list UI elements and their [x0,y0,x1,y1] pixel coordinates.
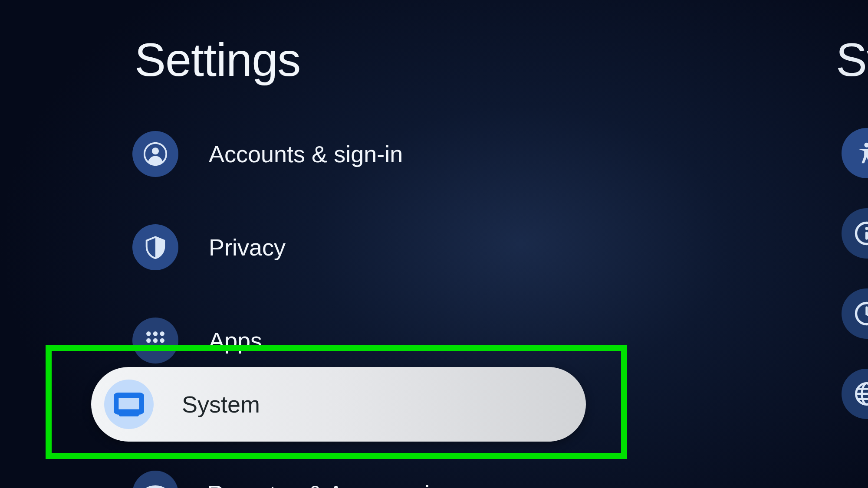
svg-point-4 [160,331,164,336]
svg-point-5 [146,338,151,343]
info-icon [855,221,868,246]
shield-icon [132,224,178,270]
wifi-icon [132,471,178,488]
settings-item-privacy[interactable]: Privacy [126,219,582,275]
settings-label-accounts: Accounts & sign-in [209,141,403,167]
settings-label-system: System [182,391,260,418]
svg-point-2 [146,331,151,336]
right-item-language[interactable] [842,369,868,419]
svg-point-6 [153,338,158,343]
svg-rect-17 [865,232,868,240]
svg-point-7 [160,338,164,343]
settings-label-apps: Apps [209,327,262,354]
svg-point-14 [864,143,868,147]
settings-item-accounts[interactable]: Accounts & sign-in [126,126,582,182]
right-item-clock[interactable] [842,288,868,339]
page-title: Settings [135,33,300,87]
svg-point-16 [865,227,868,230]
clock-icon [855,301,868,326]
right-panel-title-partial: Sy [836,33,868,87]
right-column [842,128,868,419]
svg-point-1 [152,147,159,154]
settings-item-apps[interactable]: Apps [126,312,582,369]
account-circle-icon [132,131,178,177]
svg-point-10 [160,345,164,350]
settings-list: Accounts & sign-in Privacy Apps [126,126,582,406]
svg-point-9 [153,345,158,350]
right-item-accessibility[interactable] [842,128,868,178]
settings-label-privacy: Privacy [209,234,286,261]
svg-point-8 [146,345,151,350]
settings-label-remotes: Remotes & Accessories [207,480,454,488]
svg-rect-11 [116,395,142,412]
globe-icon [855,382,868,406]
settings-item-remotes[interactable]: Remotes & Accessories [126,471,454,488]
svg-point-3 [153,331,158,336]
right-item-info[interactable] [842,208,868,259]
tv-icon [104,380,154,429]
apps-grid-icon [132,318,178,364]
settings-item-system[interactable]: System [91,367,586,442]
accessibility-icon [855,141,868,165]
